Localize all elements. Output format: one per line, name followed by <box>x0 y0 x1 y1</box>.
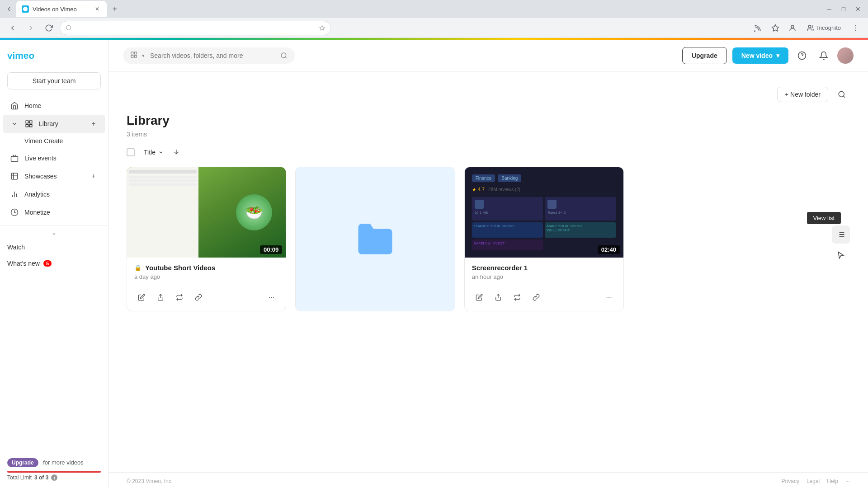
cursor-icon <box>836 251 845 260</box>
folder-icon-large <box>355 219 396 259</box>
grid-item-youtube-short-videos[interactable]: 🥗 00:09 🔒 <box>127 167 286 311</box>
search-input[interactable] <box>150 52 276 59</box>
card-title-3: Screenrecorder 1 <box>472 264 616 272</box>
search-bar[interactable]: ▾ <box>123 47 295 64</box>
new-folder-button[interactable]: + New folder <box>777 87 828 102</box>
sidebar-item-monetize[interactable]: Monetize <box>3 203 105 221</box>
address-bar[interactable]: vimeo.com/manage/videos# <box>60 21 331 35</box>
sort-label: Title <box>144 149 156 156</box>
browser-tabs: Videos on Vimeo ✕ + ─ □ ✕ <box>0 0 868 18</box>
menu-icon[interactable]: ⋮ <box>848 21 863 35</box>
upgrade-pill[interactable]: Upgrade <box>7 458 38 467</box>
help-button[interactable] <box>794 47 810 64</box>
list-view-button[interactable] <box>832 225 850 244</box>
svg-marker-4 <box>772 24 779 31</box>
more-button-1[interactable]: ··· <box>264 290 278 305</box>
svg-rect-10 <box>26 125 28 127</box>
link-button-1[interactable] <box>191 290 206 305</box>
footer-more[interactable]: ··· <box>845 478 850 484</box>
progress-bar-container <box>7 471 101 473</box>
footer-link-privacy[interactable]: Privacy <box>782 478 799 484</box>
sidebar-item-live-events[interactable]: Live events <box>3 149 105 167</box>
footer-link-help[interactable]: Help <box>827 478 838 484</box>
tab-history-back[interactable] <box>4 4 14 14</box>
sidebar-item-whats-new[interactable]: What's new 5 <box>0 255 108 272</box>
new-video-label: New video <box>741 52 773 59</box>
select-all-checkbox[interactable] <box>127 148 135 156</box>
upgrade-button[interactable]: Upgrade <box>682 47 727 64</box>
incognito-button[interactable]: Incognito <box>802 23 845 33</box>
card-meta-3: an hour ago <box>472 273 616 280</box>
share-button-1[interactable] <box>153 290 168 305</box>
sidebar-item-home-label: Home <box>24 102 98 109</box>
window-maximize[interactable]: □ <box>837 3 850 15</box>
svg-line-23 <box>285 57 287 58</box>
list-controls: Title <box>127 147 850 158</box>
share-button-3[interactable] <box>491 290 505 305</box>
video-duration-3: 02:40 <box>598 245 620 254</box>
back-button[interactable] <box>5 21 20 35</box>
page-footer: © 2023 Vimeo, Inc. Privacy Legal Help ··… <box>108 472 868 488</box>
reload-button[interactable] <box>42 21 56 35</box>
forward-button[interactable] <box>24 21 38 35</box>
food-thumbnail: 🥗 <box>127 167 286 258</box>
monetize-icon <box>10 208 19 217</box>
sidebar-top: vimeo Start your team <box>0 45 108 97</box>
content-search-button[interactable] <box>834 86 850 103</box>
url-input[interactable]: vimeo.com/manage/videos# <box>76 24 316 32</box>
search-dropdown-icon[interactable] <box>130 51 137 60</box>
progress-bar <box>7 471 101 473</box>
svg-rect-21 <box>134 55 137 57</box>
cast-icon[interactable] <box>751 21 765 35</box>
edit-button-1[interactable] <box>134 290 149 305</box>
grid-item-vimeo-create[interactable]: Vimeo Create 1 member · 2 items ··· <box>295 167 455 311</box>
notifications-button[interactable] <box>816 47 832 64</box>
info-icon[interactable]: i <box>51 474 57 481</box>
vimeo-logo: vimeo <box>7 49 101 65</box>
sidebar-item-library[interactable]: Library + <box>3 115 105 133</box>
sidebar-item-vimeo-create[interactable]: Vimeo Create <box>3 133 105 149</box>
header-actions: Upgrade New video ▾ <box>682 47 854 64</box>
profile-icon[interactable] <box>785 21 800 35</box>
footer-link-legal[interactable]: Legal <box>807 478 820 484</box>
grid-item-screenrecorder[interactable]: Finance Banking ★ 4.7 28M reviews (2) <box>464 167 624 311</box>
search-type-arrow[interactable]: ▾ <box>142 53 145 59</box>
start-team-button[interactable]: Start your team <box>7 72 101 89</box>
sidebar-item-showcases-label: Showcases <box>24 173 84 180</box>
library-icon <box>24 119 33 128</box>
window-close[interactable]: ✕ <box>852 3 864 15</box>
add-library-button[interactable]: + <box>89 119 98 128</box>
total-limit-label: Total Limit <box>7 474 32 481</box>
sidebar-item-showcases[interactable]: Showcases + <box>3 167 105 185</box>
bookmark-icon[interactable] <box>768 21 783 35</box>
toolbar-icons: Incognito ⋮ <box>751 21 863 35</box>
content-grid: 🥗 00:09 🔒 <box>127 167 624 311</box>
sidebar-item-watch[interactable]: Watch <box>0 239 108 255</box>
window-minimize[interactable]: ─ <box>823 3 835 15</box>
transfer-button-1[interactable] <box>172 290 187 305</box>
user-avatar[interactable] <box>837 47 854 64</box>
screen-card-3: CHANGE YOUR SPEND <box>472 222 543 237</box>
sidebar-item-watch-label: Watch <box>7 244 25 251</box>
new-video-button[interactable]: New video ▾ <box>732 47 788 64</box>
add-showcases-button[interactable]: + <box>89 172 98 181</box>
lock-icon-1: 🔒 <box>134 264 142 271</box>
upgrade-row: Upgrade for more videos <box>7 458 101 467</box>
sort-button[interactable]: Title <box>140 147 167 158</box>
active-tab[interactable]: Videos on Vimeo ✕ <box>16 1 107 17</box>
link-button-3[interactable] <box>529 290 543 305</box>
banking-tag: Banking <box>498 174 521 182</box>
transfer-button-3[interactable] <box>510 290 524 305</box>
new-tab-button[interactable]: + <box>108 3 121 15</box>
total-limit-row: Total Limit 3 of 3 i <box>7 474 101 481</box>
sidebar: vimeo Start your team Home L <box>0 40 108 488</box>
sidebar-item-home[interactable]: Home <box>3 97 105 115</box>
tab-close-button[interactable]: ✕ <box>93 5 101 13</box>
list-overlay <box>127 167 198 258</box>
svg-rect-18 <box>131 52 133 54</box>
sidebar-item-analytics[interactable]: Analytics <box>3 185 105 203</box>
more-button-3[interactable]: ··· <box>602 290 616 305</box>
sort-direction-button[interactable] <box>173 148 180 157</box>
list-row <box>129 176 197 178</box>
edit-button-3[interactable] <box>472 290 486 305</box>
